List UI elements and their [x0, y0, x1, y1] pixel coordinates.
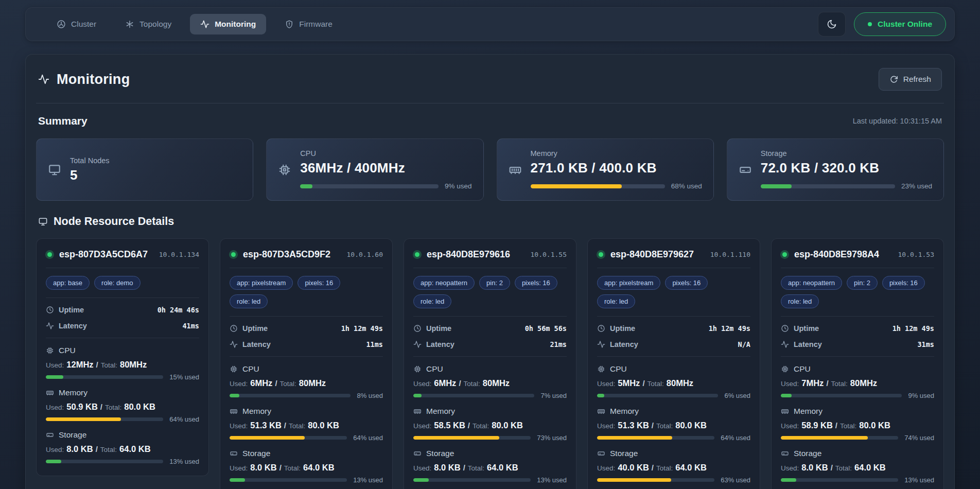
- total-label: Total:: [840, 422, 856, 430]
- monitoring-panel: Monitoring Refresh Summary Last updated:…: [25, 54, 955, 489]
- cluster-status-badge[interactable]: Cluster Online: [854, 12, 946, 36]
- node-uptime-value: 0h 56m 56s: [525, 324, 567, 333]
- progress-fill: [531, 184, 622, 188]
- node-badge: pixels: 16: [665, 276, 708, 290]
- node-memory-header: Memory: [597, 407, 750, 416]
- progress-fill: [761, 184, 792, 188]
- total-value: 80.0 KB: [308, 421, 339, 430]
- divider: [781, 316, 934, 317]
- divider: [597, 268, 750, 268]
- divider: [597, 316, 750, 317]
- node-storage-header: Storage: [597, 449, 750, 458]
- details-title: Node Resource Details: [38, 215, 942, 228]
- progress-track: [46, 417, 163, 421]
- summary-card-body: CPU36MHz / 400MHz9% used: [300, 149, 471, 190]
- summary-card-label: Memory: [531, 149, 702, 158]
- nav-tab-label: Monitoring: [215, 20, 256, 29]
- activity-icon: [46, 322, 54, 330]
- divider: [413, 356, 567, 357]
- node-latency-label: Latency: [781, 340, 822, 348]
- node-memory-header: Memory: [230, 407, 383, 416]
- theme-toggle-button[interactable]: [818, 12, 846, 37]
- uptime-label-text: Uptime: [794, 324, 819, 333]
- node-badges: app: neopatternpin: 2pixels: 16role: led: [413, 276, 567, 308]
- node-cpu-section: CPUUsed:5MHz/Total:80MHz6% used: [597, 364, 750, 399]
- node-latency-row: LatencyN/A: [597, 340, 750, 348]
- node-badge: app: neopattern: [413, 276, 475, 290]
- node-memory-usage: Used:50.9 KB/Total:80.0 KB: [46, 402, 199, 412]
- node-memory-usage: Used:58.9 KB/Total:80.0 KB: [781, 421, 934, 430]
- node-online-dot: [231, 252, 236, 257]
- progress-row: 73% used: [413, 434, 567, 442]
- node-uptime-row: Uptime1h 12m 49s: [230, 324, 383, 333]
- progress-row: 13% used: [46, 458, 199, 465]
- node-cpu-section: CPUUsed:6MHz/Total:80MHz8% used: [230, 364, 383, 399]
- progress-row: 64% used: [46, 415, 199, 423]
- progress-row: 74% used: [781, 434, 934, 442]
- node-badge: app: pixelstream: [230, 276, 293, 290]
- node-latency-row: Latency21ms: [413, 340, 567, 348]
- used-label: Used:: [597, 380, 615, 388]
- activity-icon: [38, 74, 49, 85]
- progress-fill: [413, 394, 422, 397]
- divider: [46, 338, 199, 338]
- cpu-icon: [230, 365, 238, 373]
- node-badge: app: pixelstream: [597, 276, 660, 290]
- total-value: 64.0 KB: [854, 463, 886, 472]
- total-label: Total:: [831, 380, 848, 388]
- cluster-icon: [57, 20, 66, 29]
- clock-icon: [781, 324, 789, 333]
- progress-row: 63% used: [597, 476, 750, 484]
- clock-icon: [413, 324, 422, 333]
- total-label: Total:: [101, 361, 117, 369]
- progress-percent-label: 13% used: [169, 458, 199, 465]
- used-value: 51.3 KB: [618, 421, 649, 430]
- node-memory-usage: Used:51.3 KB/Total:80.0 KB: [230, 421, 383, 430]
- nav-tab-label: Firmware: [299, 20, 332, 29]
- progress-row: 15% used: [46, 373, 199, 381]
- progress-fill: [230, 394, 239, 397]
- node-storage-usage: Used:40.0 KB/Total:64.0 KB: [597, 463, 750, 473]
- node-cpu-header: CPU: [781, 364, 934, 374]
- progress-track: [531, 184, 665, 188]
- cpu-section-title: CPU: [426, 364, 443, 374]
- total-value: 80.0 KB: [492, 421, 523, 430]
- progress-percent-label: 9% used: [908, 392, 934, 399]
- node-ip: 10.0.1.60: [347, 251, 383, 258]
- progress-track: [413, 394, 534, 397]
- summary-card-value: 271.0 KB / 400.0 KB: [531, 160, 702, 176]
- nav-tab-cluster[interactable]: Cluster: [46, 14, 107, 34]
- used-value: 7MHz: [801, 378, 824, 388]
- memory-section-title: Memory: [610, 407, 639, 416]
- usage-separator: /: [279, 463, 282, 472]
- node-memory-usage: Used:58.5 KB/Total:80.0 KB: [413, 421, 567, 430]
- topology-icon: [125, 20, 134, 29]
- summary-card-value: 72.0 KB / 320.0 KB: [761, 160, 932, 176]
- nav-tab-topology[interactable]: Topology: [115, 14, 182, 34]
- node-cpu-section: CPUUsed:6MHz/Total:80MHz7% used: [413, 364, 567, 399]
- progress-track: [781, 394, 902, 397]
- node-uptime-label: Uptime: [781, 324, 819, 333]
- cpu-icon: [46, 346, 54, 355]
- firmware-icon: [285, 20, 294, 29]
- last-updated-text: Last updated: 10:31:15 AM: [853, 117, 942, 125]
- monitor-icon: [38, 217, 48, 226]
- nav-tab-monitoring[interactable]: Monitoring: [190, 14, 266, 34]
- page-title-text: Monitoring: [57, 72, 130, 88]
- usage-separator: /: [284, 421, 286, 430]
- node-latency-row: Latency31ms: [781, 340, 934, 348]
- node-online-dot: [782, 252, 787, 257]
- node-uptime-value: 0h 24m 46s: [157, 306, 199, 314]
- nav-tab-firmware[interactable]: Firmware: [274, 14, 343, 34]
- progress-percent-label: 64% used: [353, 434, 383, 442]
- progress-track: [597, 478, 714, 482]
- panel-header: Monitoring Refresh: [36, 68, 944, 91]
- storage-section-title: Storage: [610, 449, 638, 458]
- used-value: 8.0 KB: [801, 463, 828, 472]
- node-storage-header: Storage: [230, 449, 383, 458]
- uptime-label-text: Uptime: [242, 324, 268, 333]
- memory-icon: [413, 407, 422, 415]
- refresh-button[interactable]: Refresh: [879, 68, 942, 91]
- total-value: 64.0 KB: [119, 444, 151, 453]
- node-online-dot: [415, 252, 419, 257]
